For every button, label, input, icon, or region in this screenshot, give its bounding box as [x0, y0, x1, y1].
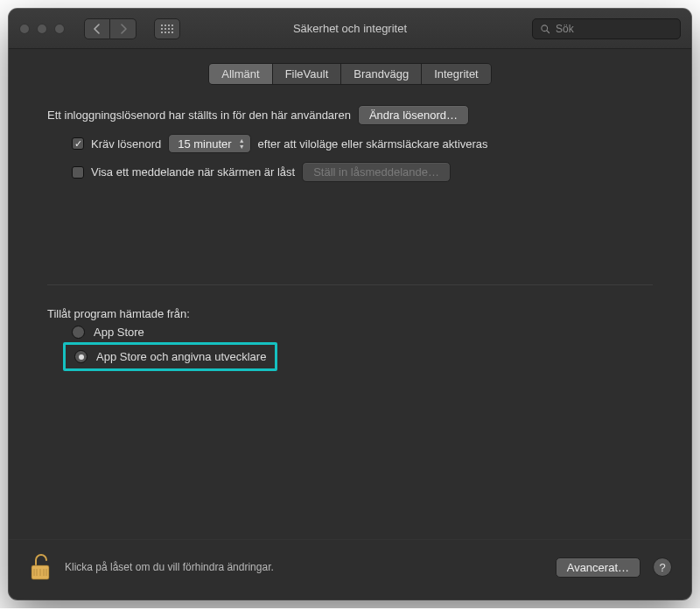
password-set-text: Ett inloggningslösenord har ställts in f…: [47, 109, 351, 122]
titlebar: Säkerhet och integritet: [9, 9, 691, 49]
lock-hint-text: Klicka på låset om du vill förhindra änd…: [65, 561, 274, 573]
show-message-checkbox[interactable]: [72, 166, 84, 179]
highlighted-option: App Store och angivna utvecklare: [63, 342, 277, 371]
radio-identified-label: App Store och angivna utvecklare: [96, 350, 266, 363]
traffic-lights: [19, 24, 65, 34]
zoom-window-button[interactable]: [54, 24, 65, 34]
close-window-button[interactable]: [19, 24, 30, 34]
advanced-button[interactable]: Avancerat…: [556, 557, 640, 578]
search-icon: [540, 24, 550, 34]
require-password-checkbox[interactable]: [72, 137, 84, 150]
forward-button[interactable]: [110, 18, 136, 39]
tab-segmented-control: Allmänt FileVault Brandvägg Integritet: [208, 63, 491, 85]
chevron-left-icon: [93, 24, 102, 34]
allow-apps-heading-row: Tillåt program hämtade från:: [47, 303, 653, 322]
radio-row-appstore: App Store: [47, 322, 653, 342]
footer: Klicka på låset om du vill förhindra änd…: [9, 539, 691, 599]
updown-icon: ▲▼: [239, 138, 245, 150]
chevron-right-icon: [119, 24, 128, 34]
require-password-row: Kräv lösenord 15 minuter ▲▼ efter att vi…: [47, 130, 653, 158]
help-icon: ?: [659, 561, 665, 574]
require-password-delay-value: 15 minuter: [178, 137, 231, 151]
show-message-label: Visa ett meddelande när skärmen är låst: [91, 165, 295, 179]
radio-appstore-label: App Store: [94, 326, 144, 339]
tab-general[interactable]: Allmänt: [209, 64, 272, 84]
password-set-row: Ett inloggningslösenord har ställts in f…: [47, 101, 653, 130]
allow-apps-heading: Tillåt program hämtade från:: [47, 307, 190, 320]
preferences-window: Säkerhet och integritet Allmänt FileVaul…: [9, 9, 691, 599]
search-field[interactable]: [532, 18, 681, 39]
radio-appstore[interactable]: [72, 326, 85, 339]
require-password-label: Kräv lösenord: [91, 137, 161, 151]
unlocked-padlock-icon: [28, 552, 52, 582]
back-button[interactable]: [84, 18, 110, 39]
grid-icon: [161, 25, 173, 33]
tab-filevault[interactable]: FileVault: [273, 64, 342, 84]
search-input[interactable]: [556, 23, 673, 35]
nav-buttons: [84, 18, 136, 39]
general-section: Ett inloggningslösenord har ställts in f…: [9, 95, 691, 380]
tabs-row: Allmänt FileVault Brandvägg Integritet: [9, 49, 691, 95]
require-password-after-label: efter att viloläge eller skärmsläckare a…: [258, 137, 488, 151]
require-password-delay-select[interactable]: 15 minuter ▲▼: [168, 134, 250, 153]
divider: [47, 284, 653, 285]
content-area: Allmänt FileVault Brandvägg Integritet E…: [9, 49, 691, 599]
minimize-window-button[interactable]: [37, 24, 47, 34]
vspace: [47, 186, 653, 256]
radio-identified-developers[interactable]: [74, 350, 88, 363]
show-message-row: Visa ett meddelande när skärmen är låst …: [47, 158, 653, 186]
lock-button[interactable]: [28, 552, 52, 582]
change-password-button[interactable]: Ändra lösenord…: [358, 105, 469, 125]
set-lock-message-button[interactable]: Ställ in låsmeddelande…: [302, 162, 451, 182]
svg-line-1: [547, 30, 550, 32]
tab-privacy[interactable]: Integritet: [422, 64, 491, 84]
show-all-button[interactable]: [154, 18, 180, 39]
tab-firewall[interactable]: Brandvägg: [341, 64, 422, 84]
help-button[interactable]: ?: [653, 557, 672, 577]
